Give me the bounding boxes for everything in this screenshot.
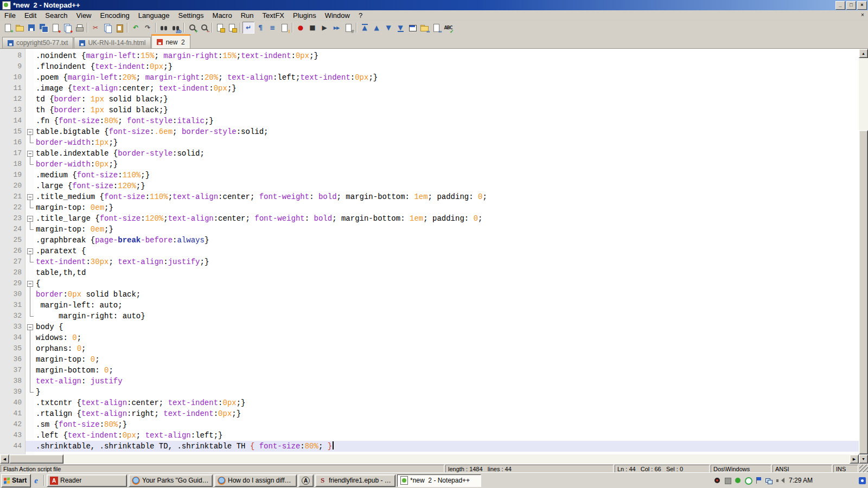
- close-document-icon[interactable]: ×: [858, 11, 867, 19]
- tab-new-2[interactable]: new 2: [151, 34, 190, 48]
- fold-marker-icon[interactable]: [25, 191, 34, 202]
- new-file-button[interactable]: +: [2, 22, 14, 34]
- find-button[interactable]: [158, 22, 170, 34]
- code-text[interactable]: .medium {font-size:110%;}: [34, 170, 859, 181]
- menu-item-macro[interactable]: Macro: [208, 11, 237, 20]
- menu-item-search[interactable]: Search: [41, 11, 72, 20]
- spider-tray-icon[interactable]: [713, 477, 721, 484]
- fold-down-button[interactable]: ▼: [382, 22, 394, 34]
- code-text[interactable]: .image {text-align:center; text-indent:0…: [34, 83, 859, 94]
- horizontal-scroll-thumb[interactable]: [9, 454, 63, 464]
- minimize-button[interactable]: _: [835, 1, 845, 10]
- code-text[interactable]: orphans: 0;: [34, 343, 859, 354]
- console-button[interactable]: [406, 22, 418, 34]
- internet-explorer-icon[interactable]: e: [34, 476, 38, 485]
- expand-all-button[interactable]: ▼: [394, 22, 406, 34]
- code-text[interactable]: margin-bottom: 0;: [34, 365, 859, 376]
- code-text[interactable]: .paratext {: [34, 246, 859, 256]
- code-text[interactable]: margin-right: auto}: [34, 311, 859, 322]
- code-text[interactable]: {: [34, 278, 859, 289]
- collapse-all-button[interactable]: ▲: [359, 22, 371, 34]
- fold-marker-icon[interactable]: [25, 278, 34, 289]
- code-text[interactable]: border-width:1px;}: [34, 137, 859, 148]
- code-text[interactable]: .graphbreak {page-break-before:always}: [34, 235, 859, 246]
- code-text[interactable]: margin-top: 0;: [34, 354, 859, 365]
- menu-item-help[interactable]: ?: [354, 11, 367, 20]
- volume-tray-icon[interactable]: [775, 477, 783, 484]
- function-completion-button[interactable]: !: [278, 22, 290, 34]
- print-button[interactable]: [73, 22, 85, 34]
- scroll-down-icon[interactable]: ▼: [859, 454, 868, 464]
- fold-up-button[interactable]: ▲: [371, 22, 382, 34]
- zoom-in-button[interactable]: +: [186, 22, 198, 34]
- cut-button[interactable]: ✂: [90, 22, 101, 34]
- open-file-button[interactable]: [14, 22, 25, 34]
- code-text[interactable]: }: [34, 387, 859, 397]
- close-button[interactable]: ×: [857, 1, 867, 10]
- fold-marker-icon[interactable]: [25, 213, 34, 224]
- code-text[interactable]: .left {text-indent:0px; text-align:left;…: [34, 430, 859, 441]
- fold-marker-icon[interactable]: [25, 126, 34, 137]
- menu-item-textfx[interactable]: TextFX: [258, 11, 289, 20]
- open-containing-folder-button[interactable]: ∞: [418, 22, 430, 34]
- tab-copyright50-77-txt[interactable]: copyright50-77.txt: [2, 37, 73, 48]
- fold-marker-icon[interactable]: [25, 148, 34, 159]
- eset-tray-icon[interactable]: [744, 477, 752, 484]
- paste-button[interactable]: [113, 22, 125, 34]
- sync-scroll-vertical-button[interactable]: [214, 22, 226, 34]
- updater-tray-icon[interactable]: [724, 477, 731, 484]
- tray-edge-icon[interactable]: [859, 477, 866, 484]
- code-text[interactable]: margin-top: 0em;}: [34, 224, 859, 235]
- save-macro-button[interactable]: #: [342, 22, 354, 34]
- taskbar-button-friendlyfire1-epub-sigil[interactable]: Sfriendlyfire1.epub - Sigil: [315, 474, 395, 487]
- scroll-left-icon[interactable]: ◀: [0, 454, 9, 464]
- network-tray-icon[interactable]: [765, 477, 773, 484]
- code-text[interactable]: table.indextable {border-style:solid;: [34, 148, 859, 159]
- code-text[interactable]: widows: 0;: [34, 332, 859, 343]
- tab-uk-rn-ii-14-fn-html[interactable]: UK-RN-II-14-fn.html: [74, 37, 151, 48]
- sync-scroll-horizontal-button[interactable]: [226, 22, 238, 34]
- undo-button[interactable]: ↶: [130, 22, 142, 34]
- code-text[interactable]: td {border: 1px solid black;}: [34, 94, 859, 105]
- run-macro-multiple-button[interactable]: ▶▶: [330, 22, 342, 34]
- redo-button[interactable]: ↷: [142, 22, 154, 34]
- code-text[interactable]: body {: [34, 322, 859, 332]
- code-text[interactable]: text-indent:30px; text-align:justify;}: [34, 256, 859, 267]
- play-macro-button[interactable]: ▶: [318, 22, 330, 34]
- menu-item-plugins[interactable]: Plugins: [289, 11, 321, 20]
- start-button[interactable]: Start: [1, 474, 31, 487]
- code-text[interactable]: th {border: 1px solid black;}: [34, 105, 859, 115]
- document-link-button[interactable]: ∞: [430, 22, 442, 34]
- code-text[interactable]: .poem {margin-left:20%; margin-right:20%…: [34, 72, 859, 83]
- code-text[interactable]: .sm {font-size:80%;}: [34, 419, 859, 430]
- fold-marker-icon[interactable]: [25, 246, 34, 256]
- menu-item-run[interactable]: Run: [237, 11, 258, 20]
- code-text[interactable]: table.bigtable {font-size:.6em; border-s…: [34, 126, 859, 137]
- code-text[interactable]: border:0px solid black;: [34, 289, 859, 300]
- vertical-scrollbar[interactable]: ▲ ▼: [859, 49, 868, 464]
- save-file-button[interactable]: [25, 22, 37, 34]
- code-area[interactable]: 8.noindent {margin-left:15%; margin-righ…: [0, 49, 859, 454]
- code-text[interactable]: .flnoindent {text-indent:0px;}: [34, 61, 859, 72]
- taskbar-button-your-parks-go-guide[interactable]: Your Parks "Go Guide" - ...: [129, 474, 213, 487]
- menu-item-language[interactable]: Language: [134, 11, 174, 20]
- scroll-right-icon[interactable]: ▶: [850, 454, 859, 464]
- taskbar-button-circle-a[interactable]: A: [298, 474, 314, 487]
- menu-item-encoding[interactable]: Encoding: [96, 11, 134, 20]
- code-text[interactable]: .fn {font-size:80%; font-style:italic;}: [34, 115, 859, 126]
- code-text[interactable]: margin-top: 0em;}: [34, 202, 859, 213]
- stop-macro-button[interactable]: ■: [307, 22, 318, 34]
- menu-item-settings[interactable]: Settings: [174, 11, 208, 20]
- show-all-characters-button[interactable]: ¶: [254, 22, 266, 34]
- word-wrap-button[interactable]: ↵: [242, 22, 254, 34]
- code-text[interactable]: .txtcntr {text-align:center; text-indent…: [34, 397, 859, 408]
- resize-grip[interactable]: [859, 465, 868, 473]
- record-macro-button[interactable]: ●: [295, 22, 307, 34]
- zoom-out-button[interactable]: −: [198, 22, 210, 34]
- taskbar-button-how-do-i-assign-differen[interactable]: How do I assign differen...: [214, 474, 297, 487]
- code-text[interactable]: margin-left: auto;: [34, 300, 859, 311]
- code-text[interactable]: .rtalign {text-align:right; text-indent:…: [34, 408, 859, 419]
- save-all-button[interactable]: [37, 22, 49, 34]
- menu-item-view[interactable]: View: [72, 11, 96, 20]
- flag-tray-icon[interactable]: [755, 477, 762, 484]
